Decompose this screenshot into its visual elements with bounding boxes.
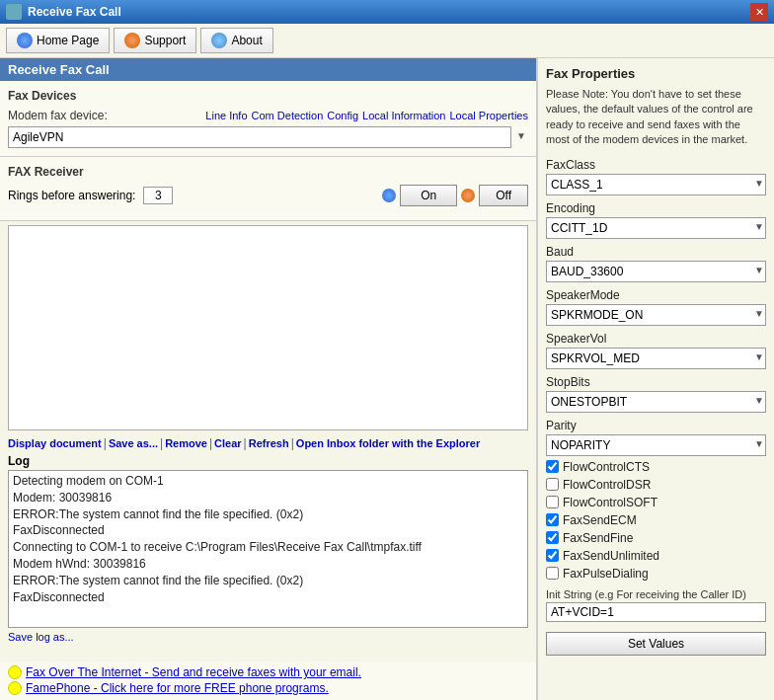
checkbox-flowcontroldsr[interactable] (546, 478, 559, 491)
modem-label: Modem fax device: (8, 109, 108, 122)
off-button[interactable]: Off (479, 185, 528, 206)
parity-select-wrap: NOPARITYODDPARITYEVENPARITY ▼ (546, 434, 766, 456)
checkbox-flowcontrolsoft[interactable] (546, 496, 559, 508)
local-information-link[interactable]: Local Information (362, 110, 445, 121)
checkbox-label[interactable]: FaxSendFine (563, 531, 633, 545)
checkbox-label[interactable]: FaxSendUnlimited (563, 549, 659, 563)
on-button[interactable]: On (400, 185, 457, 206)
init-string-input[interactable] (546, 602, 766, 622)
checkbox-faxsendecm[interactable] (546, 513, 559, 526)
speakermode-select[interactable]: SPKRMODE_ONSPKRMODE_OFFSPKRMODE_DIAL (546, 304, 766, 326)
on-label: On (421, 189, 436, 202)
checkbox-row: FlowControlSOFT (546, 496, 766, 509)
right-panel: Fax Properties Please Note: You don't ha… (537, 58, 774, 700)
speakervol-select[interactable]: SPKRVOL_MEDSPKRVOL_LOWSPKRVOL_HIGH (546, 348, 766, 369)
baud-select[interactable]: BAUD_33600BAUD_14400BAUD_9600 (546, 261, 766, 282)
modem-select[interactable]: AgileVPN (8, 126, 511, 148)
checkbox-faxsendunlimited[interactable] (546, 549, 559, 562)
checkbox-row: FaxSendFine (546, 531, 766, 545)
speakermode-label: SpeakerMode (546, 288, 766, 302)
home-page-label: Home Page (37, 34, 99, 47)
checkbox-faxsendfine[interactable] (546, 531, 559, 544)
local-properties-link[interactable]: Local Properties (450, 110, 529, 121)
log-line: Modem: 30039816 (13, 490, 523, 506)
checkbox-row: FaxSendUnlimited (546, 549, 766, 563)
on-off-group: On Off (382, 185, 528, 206)
about-button[interactable]: About (200, 28, 272, 53)
checkbox-faxpulsedialing[interactable] (546, 567, 559, 580)
encoding-label: Encoding (546, 201, 766, 215)
refresh-link[interactable]: Refresh (249, 437, 289, 449)
toolbar: Home Page Support About (0, 24, 774, 58)
log-line: FaxDisconnected (13, 589, 523, 606)
page-title: Receive Fax Call (0, 58, 536, 81)
about-label: About (231, 34, 262, 47)
parity-label: Parity (546, 419, 766, 432)
checkboxes-container: FlowControlCTSFlowControlDSRFlowControlS… (546, 460, 766, 581)
config-link[interactable]: Config (327, 110, 358, 121)
promo-link-2-text: FamePhone - Click here for more FREE pho… (26, 681, 329, 695)
faxclass-select[interactable]: CLASS_1CLASS_2CLASS_2_0 (546, 174, 766, 195)
stopbits-select[interactable]: ONESTOPBITONE5STOPBITSTWOSTOPBITS (546, 391, 766, 413)
checkbox-row: FaxSendECM (546, 513, 766, 527)
checkbox-flowcontrolcts[interactable] (546, 460, 559, 473)
display-document-link[interactable]: Display document (8, 437, 102, 449)
init-string-label: Init String (e.g For receiving the Calle… (546, 588, 766, 600)
fax-receiver-label: FAX Receiver (8, 165, 528, 179)
checkbox-label[interactable]: FaxSendECM (563, 513, 637, 527)
faxclass-label: FaxClass (546, 158, 766, 172)
clear-link[interactable]: Clear (214, 437, 242, 449)
faxclass-select-wrap: CLASS_1CLASS_2CLASS_2_0 ▼ (546, 174, 766, 195)
home-page-button[interactable]: Home Page (6, 28, 110, 53)
support-button[interactable]: Support (114, 28, 196, 53)
encoding-select[interactable]: CCITT_1DCCITT_2DPACKBITS (546, 217, 766, 239)
off-icon (461, 189, 475, 202)
promo-link-1-text: Fax Over The Internet - Send and receive… (26, 665, 361, 679)
promo-link-1[interactable]: Fax Over The Internet - Send and receive… (8, 665, 528, 679)
main-layout: Receive Fax Call Fax Devices Modem fax d… (0, 58, 774, 700)
remove-link[interactable]: Remove (165, 437, 207, 449)
modem-links: Line Info Com Detection Config Local Inf… (205, 110, 528, 121)
fax-devices-label: Fax Devices (8, 89, 528, 103)
checkbox-label[interactable]: FaxPulseDialing (563, 567, 649, 581)
log-line: Connecting to COM-1 to receive C:\Progra… (13, 539, 523, 556)
title-bar: Receive Fax Call ✕ (0, 0, 774, 24)
modem-select-arrow: ▼ (516, 130, 526, 141)
bottom-promo: Fax Over The Internet - Send and receive… (0, 661, 536, 700)
close-button[interactable]: ✕ (750, 3, 768, 21)
log-line: ERROR:The system cannot find the file sp… (13, 506, 523, 523)
title-bar-text: Receive Fax Call (28, 5, 121, 19)
stopbits-label: StopBits (546, 375, 766, 389)
rings-before-label: Rings before answering: (8, 189, 135, 202)
set-values-button[interactable]: Set Values (546, 632, 766, 656)
log-box[interactable]: Detecting modem on COM-1Modem: 30039816E… (8, 470, 528, 628)
rings-input[interactable] (143, 187, 173, 204)
save-log-link[interactable]: Save log as... (8, 631, 528, 643)
checkbox-label[interactable]: FlowControlDSR (563, 478, 651, 492)
speakermode-select-wrap: SPKRMODE_ONSPKRMODE_OFFSPKRMODE_DIAL ▼ (546, 304, 766, 326)
on-icon (382, 189, 396, 202)
log-line: ERROR:The system cannot find the file sp… (13, 573, 523, 589)
checkbox-label[interactable]: FlowControlSOFT (563, 496, 658, 509)
fax-promo-icon (8, 665, 22, 679)
left-panel: Receive Fax Call Fax Devices Modem fax d… (0, 58, 537, 700)
parity-select[interactable]: NOPARITYODDPARITYEVENPARITY (546, 434, 766, 456)
home-icon (17, 33, 33, 48)
line-info-link[interactable]: Line Info (205, 110, 247, 121)
log-line: FaxDisconnected (13, 522, 523, 539)
action-links: Display document | Save as... | Remove |… (0, 434, 536, 454)
com-detection-link[interactable]: Com Detection (252, 110, 324, 121)
phone-promo-icon (8, 681, 22, 695)
encoding-select-wrap: CCITT_1DCCITT_2DPACKBITS ▼ (546, 217, 766, 239)
save-as-link[interactable]: Save as... (109, 437, 158, 449)
checkbox-label[interactable]: FlowControlCTS (563, 460, 650, 474)
properties-note: Please Note: You don't have to set these… (546, 87, 766, 148)
log-line: Detecting modem on COM-1 (13, 473, 523, 490)
log-label: Log (8, 454, 528, 468)
checkbox-row: FlowControlCTS (546, 460, 766, 474)
promo-link-2[interactable]: FamePhone - Click here for more FREE pho… (8, 681, 528, 695)
checkbox-row: FaxPulseDialing (546, 567, 766, 581)
speakervol-select-wrap: SPKRVOL_MEDSPKRVOL_LOWSPKRVOL_HIGH ▼ (546, 348, 766, 369)
modem-select-wrap: AgileVPN ▼ (8, 126, 528, 148)
open-inbox-link[interactable]: Open Inbox folder with the Explorer (296, 437, 480, 449)
